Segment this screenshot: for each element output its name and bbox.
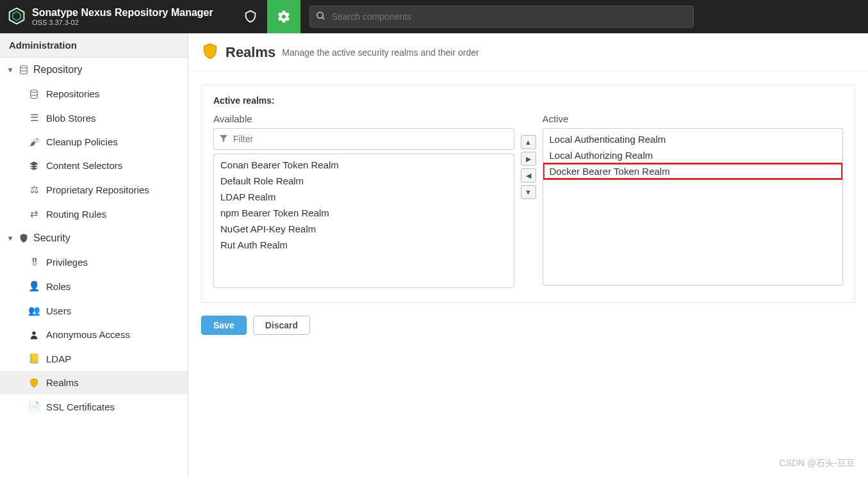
layers-icon [28, 161, 40, 171]
filter-input[interactable] [213, 128, 514, 150]
sidebar-item-routing-rules[interactable]: ⇄ Routing Rules [0, 202, 188, 226]
sidebar-item-privileges[interactable]: 🎖 Privileges [0, 250, 188, 274]
list-item[interactable]: Docker Bearer Token Realm [543, 163, 843, 179]
list-item[interactable]: Local Authorizing Realm [543, 147, 843, 163]
list-item[interactable]: Default Role Realm [214, 173, 514, 189]
available-listbox[interactable]: Conan Bearer Token RealmDefault Role Rea… [213, 154, 514, 288]
available-label: Available [213, 113, 514, 124]
search-box [309, 6, 694, 28]
sidebar-group-repository[interactable]: ▼ Repository [0, 58, 188, 82]
chevron-down-icon: ▼ [6, 66, 14, 74]
move-down-button[interactable]: ▼ [521, 185, 536, 199]
routing-icon: ⇄ [28, 208, 40, 220]
sidebar-item-label: Cleanup Policies [46, 136, 118, 147]
privilege-icon: 🎖 [28, 257, 40, 268]
book-icon: 📒 [28, 353, 40, 364]
list-item[interactable]: Rut Auth Realm [214, 237, 514, 253]
discard-button[interactable]: Discard [253, 316, 310, 335]
sidebar-header: Administration [0, 33, 188, 58]
svg-point-4 [20, 65, 28, 68]
search-input[interactable] [309, 6, 694, 28]
search-icon [316, 11, 326, 23]
header-nav-icons [234, 0, 300, 33]
admin-button[interactable] [267, 0, 300, 33]
svg-marker-0 [10, 8, 24, 24]
role-icon: 👤 [28, 280, 40, 292]
page-title: Realms [225, 44, 275, 61]
sidebar-item-label: Anonymous Access [46, 329, 130, 340]
anonymous-icon [28, 330, 40, 340]
save-button[interactable]: Save [201, 316, 247, 335]
sidebar-item-label: Repositories [46, 88, 99, 99]
app-title: Sonatype Nexus Repository Manager [32, 7, 213, 19]
top-header: Sonatype Nexus Repository Manager OSS 3.… [0, 0, 868, 33]
sidebar-group-label: Security [33, 232, 70, 244]
svg-point-2 [317, 12, 323, 18]
list-item[interactable]: npm Bearer Token Realm [214, 205, 514, 221]
active-listbox[interactable]: Local Authenticating RealmLocal Authoriz… [543, 128, 844, 286]
stack-icon: ☰ [28, 112, 40, 124]
list-item[interactable]: LDAP Realm [214, 189, 514, 205]
sidebar-item-realms[interactable]: Realms [0, 371, 188, 394]
database-icon [18, 65, 29, 75]
realms-panel: Active realms: Available Conan Bearer To… [201, 85, 855, 303]
shield-icon [18, 233, 29, 243]
main-content: Realms Manage the active security realms… [188, 33, 868, 477]
brush-icon: 🖌 [28, 136, 40, 147]
shield-yellow-icon [201, 42, 219, 62]
svg-point-5 [31, 90, 38, 92]
page-description: Manage the active security realms and th… [282, 47, 479, 58]
active-column: Active Local Authenticating RealmLocal A… [543, 113, 844, 286]
app-subtitle: OSS 3.37.3-02 [32, 19, 213, 26]
certificate-icon: 📄 [28, 401, 40, 412]
nexus-logo-icon [8, 7, 26, 27]
shield-yellow-icon [28, 378, 40, 388]
sidebar-item-proprietary-repositories[interactable]: ⚖ Proprietary Repositories [0, 177, 188, 202]
svg-point-6 [32, 331, 35, 334]
sidebar-item-label: LDAP [46, 353, 71, 364]
active-label: Active [543, 113, 844, 124]
sidebar: Administration ▼ Repository Repositories… [0, 33, 188, 477]
sidebar-item-label: Roles [46, 281, 70, 292]
sidebar-item-ldap[interactable]: 📒 LDAP [0, 346, 188, 371]
sidebar-item-roles[interactable]: 👤 Roles [0, 274, 188, 298]
proprietary-icon: ⚖ [28, 184, 40, 195]
sidebar-item-cleanup-policies[interactable]: 🖌 Cleanup Policies [0, 130, 188, 154]
sidebar-group-security[interactable]: ▼ Security [0, 226, 188, 250]
sidebar-item-anonymous-access[interactable]: Anonymous Access [0, 323, 188, 346]
move-left-button[interactable]: ◀ [521, 168, 536, 182]
users-icon: 👥 [28, 305, 40, 316]
browse-button[interactable] [234, 0, 267, 33]
move-up-button[interactable]: ▲ [521, 135, 536, 149]
sidebar-item-label: Privileges [46, 257, 88, 268]
sidebar-item-repositories[interactable]: Repositories [0, 82, 188, 106]
svg-line-3 [322, 17, 324, 19]
sidebar-item-label: Content Selectors [46, 160, 122, 171]
sidebar-item-label: Users [46, 305, 71, 316]
available-column: Available Conan Bearer Token RealmDefaul… [213, 113, 514, 288]
sidebar-item-users[interactable]: 👥 Users [0, 298, 188, 323]
list-item[interactable]: NuGet API-Key Realm [214, 221, 514, 237]
svg-marker-1 [13, 12, 20, 20]
list-item[interactable]: Local Authenticating Realm [543, 131, 843, 147]
sidebar-item-label: Blob Stores [46, 113, 96, 124]
sidebar-item-content-selectors[interactable]: Content Selectors [0, 154, 188, 177]
page-header: Realms Manage the active security realms… [188, 33, 868, 72]
database-icon [28, 89, 40, 99]
move-right-button[interactable]: ▶ [521, 152, 536, 166]
sidebar-group-label: Repository [33, 64, 82, 76]
filter-icon [218, 133, 229, 145]
sidebar-item-ssl-certificates[interactable]: 📄 SSL Certificates [0, 394, 188, 419]
list-item[interactable]: Conan Bearer Token Realm [214, 157, 514, 173]
sidebar-item-label: Realms [46, 377, 79, 388]
section-label: Active realms: [213, 95, 843, 106]
transfer-buttons: ▲ ▶ ◀ ▼ [521, 135, 536, 199]
chevron-down-icon: ▼ [6, 234, 14, 242]
sidebar-item-label: Proprietary Repositories [46, 184, 149, 195]
sidebar-item-label: SSL Certificates [46, 401, 115, 412]
sidebar-item-label: Routing Rules [46, 209, 106, 220]
logo-area: Sonatype Nexus Repository Manager OSS 3.… [0, 7, 221, 27]
sidebar-item-blob-stores[interactable]: ☰ Blob Stores [0, 106, 188, 130]
